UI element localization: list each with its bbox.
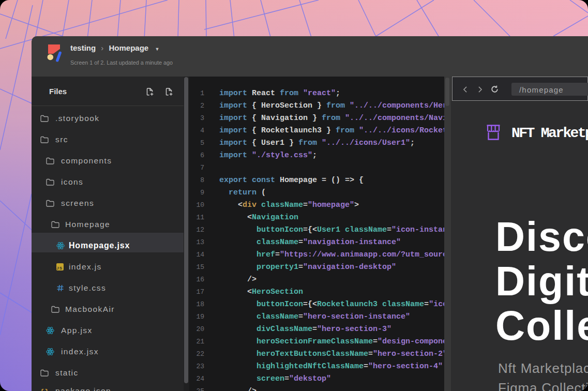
svg-text:{}: {} bbox=[40, 388, 48, 391]
svg-text:JS: JS bbox=[57, 266, 63, 270]
